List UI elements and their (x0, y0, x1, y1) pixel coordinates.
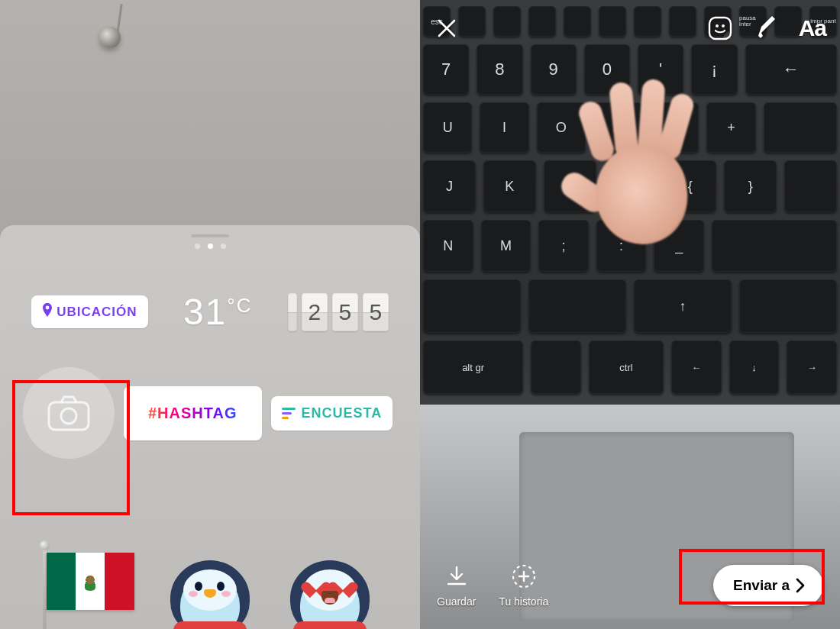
sticker-row: UBICACIÓN 31°C 2 5 5 (0, 291, 420, 333)
keyboard-row: N M ; : _ (420, 220, 840, 272)
key: O (537, 102, 586, 153)
page-dot (195, 244, 200, 249)
key (739, 279, 837, 333)
temperature-sticker[interactable]: 31°C (183, 291, 253, 333)
key: ` (650, 102, 699, 153)
penguin-sticker[interactable] (166, 553, 254, 629)
flip-card: 5 (363, 293, 389, 331)
key: ← (671, 340, 722, 394)
story-stickers-screen: UBICACIÓN 31°C 2 5 5 #HAS (0, 0, 420, 629)
draw-marker-icon (754, 16, 778, 40)
key (784, 160, 837, 212)
drawer-handle[interactable] (191, 234, 229, 237)
key: Ñ (604, 160, 657, 212)
key: M (481, 220, 531, 272)
flip-card-blank (288, 293, 297, 331)
keyboard-row: ↑ (420, 279, 840, 333)
sticker-row (0, 553, 420, 629)
camera-sticker[interactable] (23, 367, 115, 459)
key (423, 279, 521, 333)
key: ctrl (589, 340, 664, 394)
hashtag-sticker[interactable]: #HASHTAG (124, 386, 262, 440)
story-editor-bottom-bar: Guardar Tu historia Enviar a (420, 563, 840, 608)
ceiling-photo-detail (99, 27, 121, 48)
keyboard-row: U I O P ` + (420, 102, 840, 153)
mexico-flag-icon (47, 553, 134, 610)
keyboard-row: alt gr ctrl ← ↓ → (420, 340, 840, 394)
your-story-button[interactable]: Tu historia (499, 563, 548, 608)
key: _ (654, 220, 704, 272)
keyboard-row: 7 8 9 0 ' ¡ ← (420, 44, 840, 95)
key (528, 279, 626, 333)
poll-sticker[interactable]: ENCUESTA (271, 396, 393, 431)
key: U (423, 102, 472, 153)
poll-sticker-label: ENCUESTA (302, 405, 383, 421)
key: ↓ (729, 340, 780, 394)
flag-sticker-mexico[interactable] (47, 553, 134, 629)
add-story-icon (511, 563, 537, 589)
key: N (423, 220, 473, 272)
save-button[interactable]: Guardar (437, 563, 476, 608)
key: K (483, 160, 536, 212)
story-editor-screen: esc pausa inter impr pant 7 8 9 0 ' ¡ ← … (420, 0, 840, 629)
key: ' (638, 44, 683, 95)
key: ¡ (691, 44, 737, 95)
svg-point-3 (716, 24, 719, 27)
key: alt gr (423, 340, 523, 394)
key: ↑ (634, 279, 732, 333)
flip-card: 5 (332, 293, 358, 331)
keyboard-row: J K L Ñ { } (420, 160, 840, 212)
send-to-button[interactable]: Enviar a (713, 565, 823, 606)
sticker-row: #HASHTAG ENCUESTA (0, 367, 420, 459)
stickers-button[interactable] (707, 15, 733, 41)
svg-point-1 (61, 408, 76, 424)
poll-bars-icon (282, 408, 296, 419)
temperature-unit: °C (227, 294, 252, 317)
text-tool-button[interactable]: Aa (799, 15, 826, 41)
page-dot (221, 244, 226, 249)
key: ; (538, 220, 589, 272)
key: I (480, 102, 528, 153)
chevron-right-icon (794, 578, 806, 593)
save-label: Guardar (437, 595, 476, 608)
key: 8 (477, 44, 522, 95)
key: → (787, 340, 837, 394)
key (712, 220, 837, 272)
location-sticker[interactable]: UBICACIÓN (31, 295, 147, 328)
send-to-label: Enviar a (733, 577, 790, 594)
story-editor-toolbar: Aa (420, 11, 840, 46)
key: 0 (584, 44, 630, 95)
location-sticker-label: UBICACIÓN (57, 305, 137, 320)
flip-card: 2 (302, 293, 328, 331)
download-icon (444, 563, 470, 589)
drawer-page-indicator (0, 244, 420, 249)
key: } (724, 160, 777, 212)
page-dot-active (208, 244, 213, 249)
svg-point-4 (722, 24, 725, 27)
draw-button[interactable] (753, 15, 779, 41)
photo-background-keyboard: esc pausa inter impr pant 7 8 9 0 ' ¡ ← … (420, 0, 840, 629)
key: L (544, 160, 596, 212)
hashtag-sticker-label: #HASHTAG (136, 395, 250, 431)
key: : (596, 220, 647, 272)
key: { (664, 160, 716, 212)
camera-icon (47, 395, 90, 431)
key (764, 102, 837, 153)
key: ← (745, 44, 838, 95)
close-button[interactable] (434, 15, 460, 41)
key (531, 340, 581, 394)
sticker-smiley-icon (708, 16, 732, 40)
svg-rect-0 (49, 402, 89, 430)
penguin-hearteyes-sticker[interactable] (286, 553, 373, 629)
your-story-label: Tu historia (499, 595, 548, 608)
key: + (706, 102, 755, 153)
temperature-value: 31 (183, 292, 227, 332)
key: J (423, 160, 476, 212)
text-tool-label: Aa (799, 15, 826, 40)
key: 7 (423, 44, 469, 95)
flag-pole-knob (40, 540, 50, 550)
close-icon (437, 18, 457, 38)
time-sticker[interactable]: 2 5 5 (288, 293, 389, 331)
location-pin-icon (42, 303, 53, 321)
sticker-drawer[interactable]: UBICACIÓN 31°C 2 5 5 #HAS (0, 225, 420, 629)
